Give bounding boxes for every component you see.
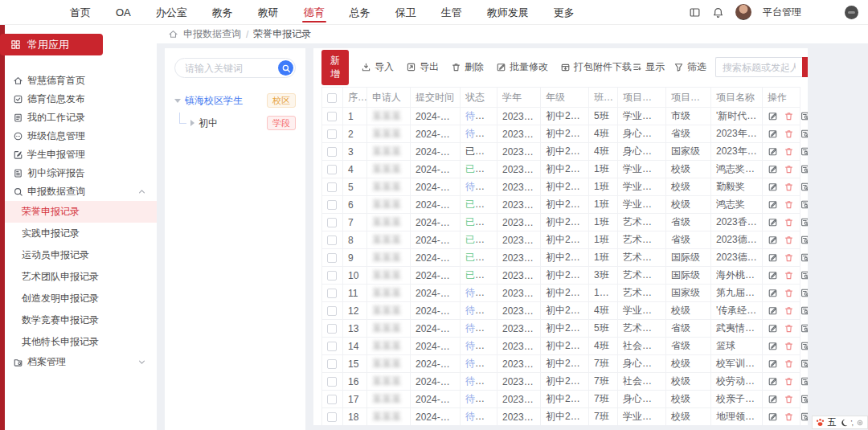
preview-icon[interactable] (800, 235, 808, 245)
nav-item[interactable]: 总务 (348, 0, 372, 25)
preview-icon[interactable] (800, 394, 808, 404)
select-all-checkbox[interactable] (327, 93, 337, 103)
ime-mode[interactable]: 五 (828, 416, 837, 428)
row-delete-icon[interactable] (784, 129, 794, 139)
row-checkbox[interactable] (327, 182, 337, 192)
edit-icon[interactable] (768, 182, 778, 192)
import-button[interactable]: 导入 (361, 60, 394, 74)
table-search-input[interactable] (715, 57, 802, 77)
sidebar-subitem[interactable]: 其他特长申报记录 (5, 331, 157, 353)
preview-icon[interactable] (800, 270, 808, 281)
preview-icon[interactable] (800, 305, 808, 316)
batch-edit-button[interactable]: 批量修改 (496, 60, 548, 74)
preview-icon[interactable] (800, 129, 808, 139)
preview-icon[interactable] (800, 358, 808, 369)
row-delete-icon[interactable] (784, 252, 794, 263)
preview-icon[interactable] (800, 288, 808, 298)
edit-icon[interactable] (768, 252, 778, 263)
tree-search-input[interactable] (185, 63, 269, 74)
preview-icon[interactable] (800, 341, 808, 351)
edit-icon[interactable] (768, 235, 778, 245)
row-delete-icon[interactable] (784, 270, 794, 281)
sidebar-subitem[interactable]: 荣誉申报记录 (5, 201, 157, 223)
tree-node-stage[interactable]: 初中 学段 (179, 113, 296, 133)
preview-icon[interactable] (800, 199, 808, 210)
row-delete-icon[interactable] (784, 111, 794, 121)
sidebar-item[interactable]: 智慧德育首页 (5, 72, 157, 90)
ime-paw-icon[interactable] (816, 418, 825, 427)
row-delete-icon[interactable] (784, 235, 794, 245)
export-button[interactable]: 导出 (406, 60, 439, 74)
sidebar-item[interactable]: 德育信息发布 (5, 90, 157, 109)
edit-icon[interactable] (768, 341, 778, 351)
user-avatar[interactable] (735, 4, 751, 20)
edit-icon[interactable] (768, 323, 778, 334)
edit-icon[interactable] (768, 358, 778, 369)
nav-item[interactable]: 生管 (440, 0, 464, 25)
preview-icon[interactable] (800, 412, 808, 422)
sidebar-item[interactable]: 初中综评报告 (5, 164, 157, 182)
delete-button[interactable]: 删除 (451, 60, 484, 74)
sidebar-subitem[interactable]: 实践申报记录 (5, 223, 157, 244)
user-name[interactable]: 平台管理 (763, 6, 801, 19)
row-checkbox[interactable] (327, 235, 337, 245)
row-delete-icon[interactable] (784, 199, 794, 210)
sidebar-subitem[interactable]: 艺术团队申报记录 (5, 266, 157, 288)
table-search-button[interactable] (802, 57, 808, 77)
row-checkbox[interactable] (327, 306, 337, 316)
row-checkbox[interactable] (327, 218, 337, 227)
nav-item[interactable]: 办公室 (154, 0, 189, 25)
row-delete-icon[interactable] (784, 358, 794, 369)
row-checkbox[interactable] (327, 324, 337, 334)
preview-icon[interactable] (800, 376, 808, 387)
display-columns-button[interactable]: 显示 (632, 60, 665, 74)
row-delete-icon[interactable] (784, 182, 794, 192)
row-delete-icon[interactable] (784, 341, 794, 351)
row-delete-icon[interactable] (784, 394, 794, 404)
filter-button[interactable]: 筛选 (674, 60, 706, 74)
sidebar-subitem[interactable]: 运动员申报记录 (5, 244, 157, 266)
edit-icon[interactable] (768, 376, 778, 387)
bell-icon[interactable] (712, 6, 724, 18)
edit-icon[interactable] (768, 270, 778, 281)
add-button[interactable]: 新增 (321, 50, 349, 85)
ime-toolbar[interactable]: 五 ’, (812, 416, 868, 429)
row-checkbox[interactable] (327, 147, 337, 157)
row-delete-icon[interactable] (784, 412, 794, 422)
row-delete-icon[interactable] (784, 305, 794, 316)
edit-icon[interactable] (768, 412, 778, 422)
row-delete-icon[interactable] (784, 288, 794, 298)
tree-node-campus[interactable]: 镇海校区学生 校区 (174, 91, 296, 110)
sidebar-subitem[interactable]: 创造发明申报记录 (5, 288, 157, 309)
edit-icon[interactable] (768, 146, 778, 157)
preview-icon[interactable] (800, 252, 808, 263)
row-checkbox[interactable] (327, 253, 337, 263)
row-delete-icon[interactable] (784, 164, 794, 174)
row-checkbox[interactable] (327, 412, 337, 422)
edit-icon[interactable] (768, 288, 778, 298)
tree-search-button[interactable] (278, 60, 293, 76)
row-checkbox[interactable] (327, 200, 337, 210)
gear-icon[interactable] (856, 419, 864, 427)
breadcrumb-item[interactable]: 申报数据查询 (183, 27, 241, 41)
edit-icon[interactable] (768, 199, 778, 210)
common-apps-button[interactable]: 常用应用 (0, 34, 103, 55)
sidebar-item[interactable]: 学生申报管理 (5, 145, 157, 164)
preview-icon[interactable] (800, 111, 808, 121)
row-checkbox[interactable] (327, 289, 337, 298)
edit-icon[interactable] (768, 164, 778, 174)
preview-icon[interactable] (800, 182, 808, 192)
nav-item[interactable]: OA (114, 0, 133, 25)
sidebar-item[interactable]: 申报数据查询 (5, 182, 157, 201)
row-checkbox[interactable] (327, 377, 337, 387)
layout-toggle-icon[interactable] (689, 6, 701, 18)
nav-item[interactable]: 教务 (211, 0, 235, 25)
nav-item[interactable]: 德育 (302, 0, 326, 25)
ime-punct[interactable]: ’, (851, 419, 854, 427)
nav-item[interactable]: 首页 (68, 0, 92, 25)
preview-icon[interactable] (800, 164, 808, 174)
edit-icon[interactable] (768, 111, 778, 121)
row-delete-icon[interactable] (784, 376, 794, 387)
nav-item[interactable]: 教研 (256, 0, 280, 25)
edit-icon[interactable] (768, 394, 778, 404)
